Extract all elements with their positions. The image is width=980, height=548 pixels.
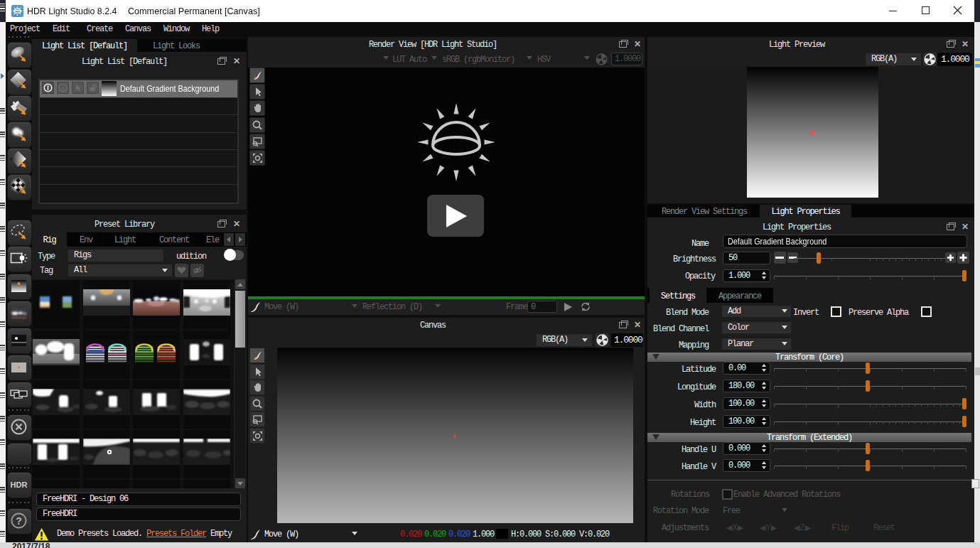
svg-text:?: ? [16,515,22,527]
svg-text:HDR: HDR [11,480,28,489]
svg-text:S: S [61,85,65,92]
